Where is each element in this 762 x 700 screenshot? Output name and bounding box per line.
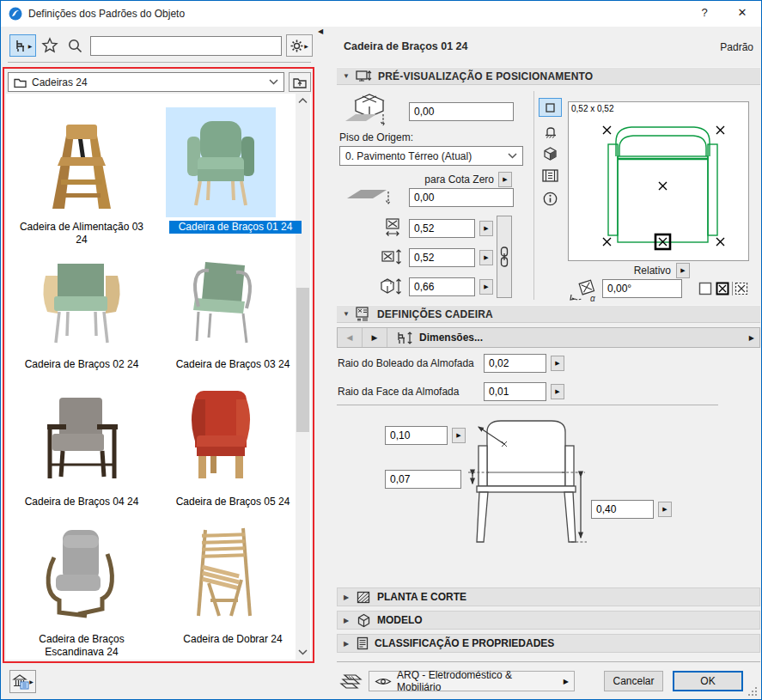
section-model[interactable]: ▶ MODELO <box>337 611 760 630</box>
folder-dropdown[interactable]: Cadeiras 24 <box>8 72 284 92</box>
app-logo-icon <box>9 7 22 21</box>
dimensions-chair-icon <box>395 331 414 345</box>
link-dimensions-button[interactable] <box>497 216 512 298</box>
dim-a-flyout[interactable]: ▶ <box>479 221 493 236</box>
section-chair-settings[interactable]: ▼ DEFINIÇÕES CADEIRA <box>337 305 760 323</box>
preview-mode-elevation-icon[interactable] <box>544 126 558 139</box>
rotation-field[interactable] <box>602 279 682 298</box>
search-input[interactable] <box>90 36 282 56</box>
section-preview-positioning[interactable]: ▼ PRÉ-VISUALIZAÇÃO E POSICIONAMENTO <box>337 67 760 85</box>
section-title: DEFINIÇÕES CADEIRA <box>377 308 493 320</box>
folder-up-button[interactable] <box>289 72 311 92</box>
ok-button[interactable]: OK <box>673 671 743 691</box>
status-label: Padrão <box>654 41 753 53</box>
params-separator <box>337 405 718 405</box>
settings-gear-button[interactable]: ▶ <box>286 34 313 57</box>
preview-mode-photo-icon[interactable] <box>542 169 558 182</box>
cancel-button[interactable]: Cancelar <box>604 671 663 691</box>
dim-h-flyout[interactable]: ▶ <box>479 279 493 295</box>
chain-icon <box>499 247 509 267</box>
folder-icon <box>14 77 27 88</box>
chair-thumbnail[interactable] <box>27 382 137 492</box>
preview-mode-plan-button[interactable] <box>539 98 562 117</box>
seat-height-field[interactable] <box>591 500 654 519</box>
cushion-corner-radius-field[interactable] <box>484 354 546 373</box>
dimension-width-icon <box>383 217 404 238</box>
top-offset-field[interactable] <box>409 102 514 121</box>
scrollbar-thumb[interactable] <box>296 288 309 432</box>
dim-h-field[interactable] <box>409 277 475 296</box>
list-item-label[interactable]: Cadeira de Braços 05 24 <box>169 496 296 508</box>
settings-page-title[interactable]: Dimensões... <box>419 332 749 344</box>
panel-collapse-arrow[interactable]: ◀ <box>318 27 323 35</box>
section-title: MODELO <box>377 614 423 626</box>
hotspot-none-toggle[interactable] <box>698 282 712 295</box>
list-item-label[interactable]: Cadeira de Alimentação 03 24 <box>15 221 149 247</box>
cushion-face-radius-field[interactable] <box>484 382 546 401</box>
preview-canvas[interactable]: 0,52 x 0,52 <box>568 101 749 261</box>
list-item-label[interactable]: Cadeira de Braços 04 24 <box>15 496 149 508</box>
scroll-up-icon[interactable] <box>298 98 308 104</box>
layer-dropdown[interactable]: ARQ - Eletrodoméstico & Mobiliário ▶ <box>369 671 575 691</box>
chair-icon <box>14 39 27 52</box>
chair-thumbnail[interactable] <box>166 245 276 355</box>
page-menu-arrow[interactable]: ▶ <box>749 334 754 342</box>
param-label: Raio da Face da Almofada <box>338 386 459 398</box>
chair-thumbnail-selected[interactable] <box>166 107 276 217</box>
preview-mode-info-icon[interactable] <box>543 192 558 206</box>
dialog-title: Definições dos Padrões do Objeto <box>28 8 185 20</box>
library-manager-button[interactable]: ▶ <box>9 670 36 693</box>
hotspot-boxed-toggle[interactable] <box>716 282 729 295</box>
section-title: PRÉ-VISUALIZAÇÃO E POSICIONAMENTO <box>378 70 593 82</box>
dim-b-flyout[interactable]: ▶ <box>479 250 493 265</box>
chair-thumbnail[interactable] <box>27 520 137 630</box>
section-plan-section[interactable]: ▶ PLANTA E CORTE <box>337 587 760 606</box>
hotspot-dashed-toggle[interactable] <box>735 282 748 295</box>
param-flyout[interactable]: ▶ <box>551 356 564 371</box>
relative-flyout[interactable]: ▶ <box>676 263 690 278</box>
corner-radius-field[interactable] <box>385 426 448 445</box>
list-scrollbar[interactable] <box>296 94 310 660</box>
collapse-triangle-icon: ▶ <box>342 593 351 601</box>
svg-text:α: α <box>590 294 595 303</box>
list-item-label[interactable]: Cadeira de Braços 02 24 <box>15 358 149 371</box>
list-item-label-selected[interactable]: Cadeira de Braços 01 24 <box>169 221 302 234</box>
origin-floor-dropdown[interactable]: 0. Pavimento Térreo (Atual) <box>339 146 523 166</box>
settings-page-bar: ◀ ▶ Dimensões... ▶ <box>337 327 760 348</box>
param-flyout[interactable]: ▶ <box>551 384 564 399</box>
page-next-button[interactable]: ▶ <box>363 328 387 347</box>
preview-size-label: 0,52 x 0,52 <box>571 104 614 113</box>
seat-height-flyout[interactable]: ▶ <box>658 502 672 517</box>
search-icon[interactable] <box>68 39 82 53</box>
resize-grip[interactable] <box>747 686 758 697</box>
chair-thumbnail[interactable] <box>27 107 137 217</box>
cushion-thickness-field[interactable] <box>385 470 461 489</box>
page-prev-button[interactable]: ◀ <box>338 328 363 347</box>
object-type-button[interactable]: ▶ <box>9 34 36 57</box>
chair-thumbnail[interactable] <box>166 520 276 630</box>
titlebar: Definições dos Padrões do Objeto ? ✕ <box>1 1 761 27</box>
corner-radius-flyout[interactable]: ▶ <box>452 428 466 443</box>
scroll-down-icon[interactable] <box>298 649 308 655</box>
list-item-label[interactable]: Cadeira de Dobrar 24 <box>169 633 296 646</box>
anchor-flyout-button[interactable]: ▶ <box>498 172 512 187</box>
favorites-star-icon[interactable] <box>41 37 58 54</box>
list-item-label[interactable]: Cadeira de Braços 03 24 <box>169 358 296 371</box>
list-item-label[interactable]: Cadeira de Braços Escandinava 24 <box>20 633 143 659</box>
chair-settings-icon <box>356 307 372 321</box>
chair-thumbnail[interactable] <box>166 382 276 492</box>
chair-dimension-diagram <box>465 411 595 559</box>
dim-b-field[interactable] <box>409 248 475 267</box>
preview-mode-3d-icon[interactable] <box>543 146 558 161</box>
base-offset-field[interactable] <box>409 188 514 207</box>
chair-thumbnail[interactable] <box>27 245 137 355</box>
collapse-triangle-icon: ▶ <box>342 617 351 624</box>
section-classification[interactable]: ▶ CLASSIFICAÇÃO E PROPRIEDADES <box>337 634 760 653</box>
object-name: Cadeira de Braços 01 24 <box>344 40 468 52</box>
folder-dropdown-value: Cadeiras 24 <box>32 76 264 88</box>
dim-a-field[interactable] <box>409 219 475 238</box>
dimension-depth-icon <box>381 247 404 268</box>
close-button[interactable]: ✕ <box>731 6 753 21</box>
toolbar-separator <box>8 62 311 63</box>
help-button[interactable]: ? <box>693 6 716 21</box>
